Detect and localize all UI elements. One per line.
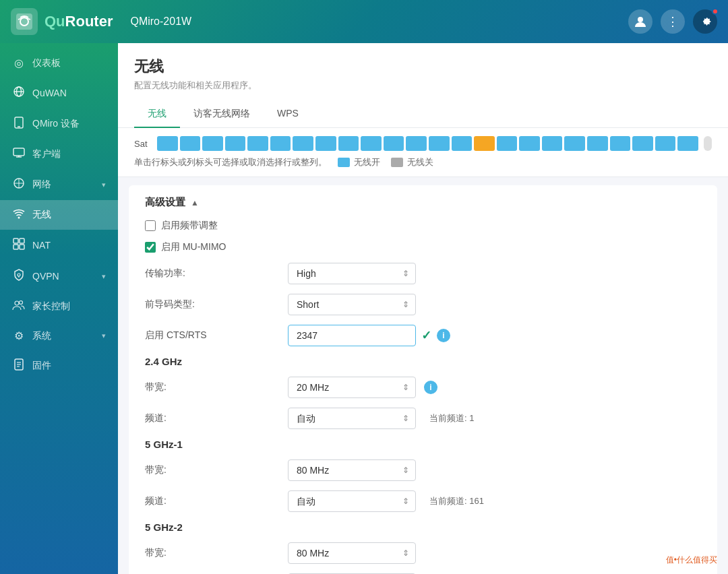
sidebar-item-clients[interactable]: 客户端 — [0, 139, 118, 169]
schedule-day-label: Sat — [134, 139, 154, 149]
cts-rts-label: 启用 CTS/RTS — [145, 329, 280, 342]
bandwidth-adjust-checkbox[interactable] — [145, 220, 156, 231]
schedule-cell[interactable] — [247, 136, 268, 151]
advanced-settings-header[interactable]: 高级设置 ▲ — [145, 196, 701, 209]
svg-point-22 — [20, 301, 23, 305]
svg-rect-8 — [13, 148, 24, 156]
sidebar-item-label: 无线 — [32, 209, 51, 221]
schedule-cell[interactable] — [655, 136, 676, 151]
schedule-cell[interactable] — [542, 136, 563, 151]
svg-rect-17 — [13, 245, 18, 249]
header-right: ⋮ — [628, 9, 717, 34]
nat-icon — [12, 238, 26, 253]
transmission-rate-select[interactable]: High Medium Low — [288, 263, 416, 284]
preamble-type-select[interactable]: Short Long — [288, 294, 416, 315]
bandwidth-adjust-label[interactable]: 启用频带调整 — [145, 220, 218, 232]
settings-button[interactable] — [693, 9, 717, 34]
info-icon[interactable]: i — [437, 329, 450, 342]
band5g1-channel-select[interactable]: 自动 36 40 44 — [288, 490, 416, 512]
schedule-cell[interactable] — [406, 136, 427, 151]
svg-point-19 — [18, 274, 20, 276]
schedule-cell[interactable] — [519, 136, 540, 151]
schedule-cell[interactable] — [180, 136, 201, 151]
logo-text: QuRouter — [44, 13, 113, 30]
band24-channel-select-wrapper: 自动 1 6 11 ⇕ — [288, 408, 416, 429]
sidebar-item-wireless[interactable]: 无线 — [0, 200, 118, 230]
sidebar: ◎ 仪表板 QuWAN QMiro 设备 — [0, 43, 118, 574]
device-name: QMiro-201W — [130, 15, 191, 28]
schedule-cell[interactable] — [202, 136, 223, 151]
header: QuRouter QMiro-201W ⋮ — [0, 0, 728, 43]
mu-mimo-checkbox[interactable] — [145, 242, 156, 253]
schedule-cell[interactable] — [270, 136, 291, 151]
logo-icon — [11, 8, 38, 35]
firmware-icon — [12, 358, 26, 373]
band5g2-bandwidth-select[interactable]: 80 MHz 40 MHz 20 MHz — [288, 542, 416, 564]
wireless-icon — [12, 208, 26, 222]
sidebar-item-nat[interactable]: NAT — [0, 230, 118, 261]
dots-menu-button[interactable]: ⋮ — [661, 9, 685, 34]
svg-point-14 — [18, 217, 20, 219]
schedule-cell[interactable] — [610, 136, 631, 151]
sidebar-item-label: 仪表板 — [32, 57, 61, 69]
notification-badge — [712, 8, 719, 15]
schedule-cell[interactable] — [564, 136, 585, 151]
logo: QuRouter QMiro-201W — [11, 8, 191, 35]
clients-icon — [12, 148, 26, 161]
band24-bandwidth-info-icon[interactable]: i — [424, 381, 437, 394]
band24-channel-select[interactable]: 自动 1 6 11 — [288, 408, 416, 429]
legend-off-label: 无线关 — [407, 156, 433, 168]
tab-wireless[interactable]: 无线 — [134, 101, 180, 128]
schedule-cell[interactable] — [384, 136, 404, 151]
schedule-cell[interactable] — [429, 136, 450, 151]
schedule-scrollbar[interactable] — [704, 136, 712, 151]
sidebar-item-firmware[interactable]: 固件 — [0, 350, 118, 381]
preamble-type-row: 前导码类型: Short Long ⇕ — [145, 294, 701, 315]
mu-mimo-label[interactable]: 启用 MU-MIMO — [145, 241, 226, 253]
schedule-cell[interactable] — [293, 136, 313, 151]
quwan-icon — [12, 86, 26, 100]
sidebar-item-label: NAT — [32, 240, 51, 251]
sidebar-item-quwan[interactable]: QuWAN — [0, 77, 118, 108]
page-title: 无线 — [134, 57, 712, 77]
band24-bandwidth-select-wrapper: 20 MHz 20/40 MHz ⇕ — [288, 377, 416, 398]
transmission-rate-select-wrapper: High Medium Low ⇕ — [288, 263, 416, 284]
cts-rts-row: 启用 CTS/RTS ✓ i — [145, 325, 701, 346]
schedule-cell[interactable] — [315, 136, 336, 151]
chevron-icon: ▾ — [102, 331, 106, 340]
schedule-cell[interactable] — [338, 136, 359, 151]
schedule-cell[interactable] — [225, 136, 246, 151]
schedule-cell[interactable] — [677, 136, 698, 151]
check-icon: ✓ — [421, 328, 431, 343]
preamble-type-label: 前导码类型: — [145, 298, 280, 311]
tab-guest[interactable]: 访客无线网络 — [180, 101, 264, 128]
sidebar-item-qvpn[interactable]: QVPN ▾ — [0, 261, 118, 292]
sidebar-item-network[interactable]: 网络 ▾ — [0, 169, 118, 200]
cts-rts-input[interactable] — [288, 325, 416, 346]
schedule-cell[interactable] — [497, 136, 518, 151]
chevron-icon: ▾ — [102, 272, 106, 281]
qvpn-icon — [12, 269, 26, 284]
user-button[interactable] — [628, 9, 653, 34]
sidebar-item-parental[interactable]: 家长控制 — [0, 292, 118, 321]
main-layout: ◎ 仪表板 QuWAN QMiro 设备 — [0, 43, 728, 574]
band5g2-bandwidth-label: 带宽: — [145, 547, 280, 559]
sidebar-item-dashboard[interactable]: ◎ 仪表板 — [0, 49, 118, 77]
sidebar-item-qmiro[interactable]: QMiro 设备 — [0, 108, 118, 139]
schedule-cell[interactable] — [157, 136, 178, 151]
transmission-rate-label: 传输功率: — [145, 267, 280, 280]
schedule-cell[interactable] — [361, 136, 382, 151]
sidebar-item-system[interactable]: ⚙ 系统 ▾ — [0, 321, 118, 350]
schedule-cell[interactable] — [632, 136, 653, 151]
band5g2-bandwidth-row: 带宽: 80 MHz 40 MHz 20 MHz ⇕ — [145, 542, 701, 564]
schedule-cell[interactable] — [452, 136, 473, 151]
schedule-cell[interactable] — [474, 136, 495, 151]
svg-rect-18 — [20, 245, 24, 249]
svg-rect-15 — [13, 238, 18, 243]
legend-on-label: 无线开 — [354, 156, 380, 168]
schedule-cell[interactable] — [587, 136, 608, 151]
sidebar-item-label: 固件 — [32, 360, 51, 372]
band24-bandwidth-select[interactable]: 20 MHz 20/40 MHz — [288, 377, 416, 398]
tab-wps[interactable]: WPS — [264, 101, 312, 128]
band5g1-bandwidth-select[interactable]: 80 MHz 40 MHz 20 MHz — [288, 459, 416, 481]
